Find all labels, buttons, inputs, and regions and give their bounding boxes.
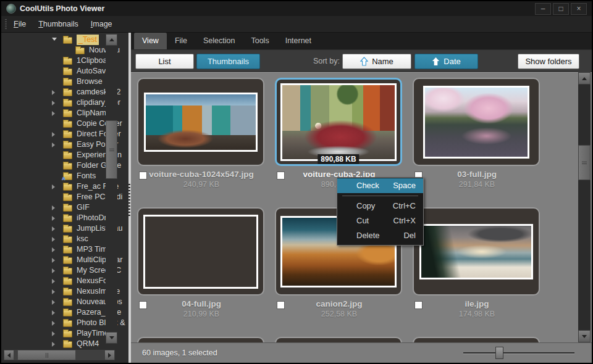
thumbnail-frame[interactable] (413, 337, 540, 342)
thumbnail-caption: canion2.jpg252,58 KB (275, 299, 403, 319)
expand-arrow-icon[interactable] (52, 268, 55, 273)
expand-arrow-icon[interactable] (52, 143, 55, 147)
tab-view[interactable]: View (134, 33, 167, 49)
thumbnail-filename: 03-full.jpg (418, 170, 536, 180)
menu-item-image[interactable]: Image (91, 16, 112, 32)
size-badge: 890,88 KB (318, 154, 359, 164)
thumbnail-cell: voiture-cuba-1024x547.jpg240,97 KB (137, 78, 266, 189)
triangle-left-icon (7, 353, 11, 358)
tree-scroll-right-button[interactable] (104, 350, 115, 360)
thumbnail-frame[interactable] (413, 207, 540, 296)
expand-arrow-icon[interactable] (52, 111, 55, 116)
context-menu-item-check[interactable]: CheckSpace (337, 178, 423, 193)
thumbnail-frame[interactable] (137, 337, 264, 342)
expand-arrow-icon[interactable] (52, 90, 55, 95)
tree-scroll-down-button[interactable] (106, 332, 117, 344)
thumbnails-button[interactable]: Thumbnails (196, 54, 260, 69)
expand-arrow-icon[interactable] (52, 310, 55, 315)
tree-scroll-up-button[interactable] (106, 34, 117, 46)
context-menu-item-label: Check (356, 178, 379, 193)
expand-arrow-icon[interactable] (52, 321, 55, 326)
context-menu-item-copy[interactable]: CopyCtrl+C (337, 199, 423, 213)
thumbnail-cell: 03-full.jpg291,84 KB (413, 78, 541, 189)
thumbnail-checkbox[interactable] (277, 301, 285, 309)
thumbnail-frame[interactable] (137, 207, 264, 296)
context-menu-item-delete[interactable]: DeleteDel (337, 228, 423, 243)
folder-icon: A (63, 173, 72, 180)
tab-tools[interactable]: Tools (243, 33, 277, 49)
context-menu-item-label: Delete (356, 228, 380, 243)
folder-icon (75, 48, 85, 54)
folder-icon (63, 310, 72, 316)
thumbnail-frame[interactable] (413, 78, 540, 166)
panel-scroll-down-button[interactable] (578, 330, 591, 342)
tree-item-label: QRM4 (77, 339, 99, 349)
context-menu: CheckSpaceCopyCtrl+CCutCtrl+XDeleteDel (337, 177, 424, 246)
thumbnail-frame[interactable] (137, 78, 264, 166)
expand-arrow-icon[interactable] (52, 331, 55, 336)
thumbnail-checkbox[interactable] (139, 172, 147, 180)
expand-arrow-icon[interactable] (52, 132, 55, 137)
toolbar: List Thumbnails Sort by: Name Date Show … (131, 49, 592, 72)
expand-arrow-icon[interactable] (52, 279, 55, 284)
zoom-slider-handle[interactable] (495, 347, 503, 359)
sort-date-label: Date (444, 57, 460, 66)
folder-icon (63, 215, 72, 222)
expand-arrow-icon[interactable] (52, 237, 55, 242)
tree-hscroll-thumb[interactable] (17, 350, 76, 360)
sort-name-button[interactable]: Name (342, 54, 411, 69)
maximize-button[interactable]: □ (553, 3, 569, 15)
context-menu-shortcut: Del (403, 228, 416, 243)
expand-arrow-icon[interactable] (52, 258, 55, 263)
thumbnail-checkbox[interactable] (139, 301, 147, 309)
folder-icon (63, 37, 72, 44)
expand-arrow-icon[interactable] (52, 101, 55, 105)
expand-arrow-icon[interactable] (52, 205, 55, 210)
folder-icon (63, 226, 72, 233)
folder-icon (63, 142, 72, 149)
thumbnail-caption: ile.jpg174,98 KB (413, 299, 541, 319)
expand-arrow-icon[interactable] (52, 300, 55, 305)
folder-icon (63, 152, 72, 159)
thumbnail-frame[interactable] (275, 337, 402, 342)
context-menu-shortcut: Ctrl+X (393, 213, 416, 228)
context-menu-item-cut[interactable]: CutCtrl+X (337, 213, 423, 228)
sort-name-label: Name (372, 57, 393, 66)
title-bar[interactable]: CoolUtils Photo Viewer – □ × (1, 1, 592, 16)
menu-bar: FileThumbnailsImage (1, 16, 592, 33)
thumbnail-checkbox[interactable] (277, 172, 285, 180)
close-button[interactable]: × (571, 3, 587, 15)
expand-arrow-icon[interactable] (52, 342, 55, 347)
menu-item-thumbnails[interactable]: Thumbnails (38, 16, 78, 32)
thumbnail-frame[interactable]: 890,88 KB (275, 78, 402, 166)
context-menu-shortcut: Ctrl+C (393, 199, 416, 213)
thumbnail-checkbox[interactable] (414, 301, 423, 309)
sort-date-button[interactable]: Date (414, 54, 478, 69)
tab-internet[interactable]: Internet (277, 33, 319, 49)
tree-scroll-left-button[interactable] (4, 350, 14, 360)
list-button[interactable]: List (135, 54, 194, 69)
panel-vertical-scrollbar[interactable] (578, 72, 591, 342)
expand-arrow-icon[interactable] (52, 226, 55, 231)
tab-file[interactable]: File (167, 33, 195, 49)
menu-item-file[interactable]: File (14, 16, 26, 32)
status-text: 60 images, 1 selected (142, 343, 217, 363)
panel-scroll-up-button[interactable] (578, 72, 591, 85)
minimize-button[interactable]: – (535, 3, 551, 15)
tab-selection[interactable]: Selection (195, 33, 243, 49)
zoom-slider-track[interactable] (463, 352, 574, 354)
zoom-slider[interactable] (463, 347, 574, 359)
collapse-arrow-icon[interactable] (52, 38, 57, 41)
tree-horizontal-scrollbar[interactable] (4, 350, 115, 360)
expand-arrow-icon[interactable] (52, 247, 55, 252)
panel-scroll-thumb[interactable] (578, 145, 591, 180)
expand-arrow-icon[interactable] (52, 289, 55, 294)
thumbnail-caption: 04-full.jpg210,99 KB (137, 299, 266, 319)
menu-grip (5, 19, 7, 30)
thumbnail-photo (423, 86, 529, 159)
show-folders-button[interactable]: Show folders (518, 54, 579, 69)
expand-arrow-icon[interactable] (52, 216, 55, 221)
tree-vertical-scrollbar[interactable] (106, 34, 117, 344)
expand-arrow-icon[interactable] (52, 184, 55, 189)
tree-scroll-thumb[interactable] (106, 120, 117, 179)
